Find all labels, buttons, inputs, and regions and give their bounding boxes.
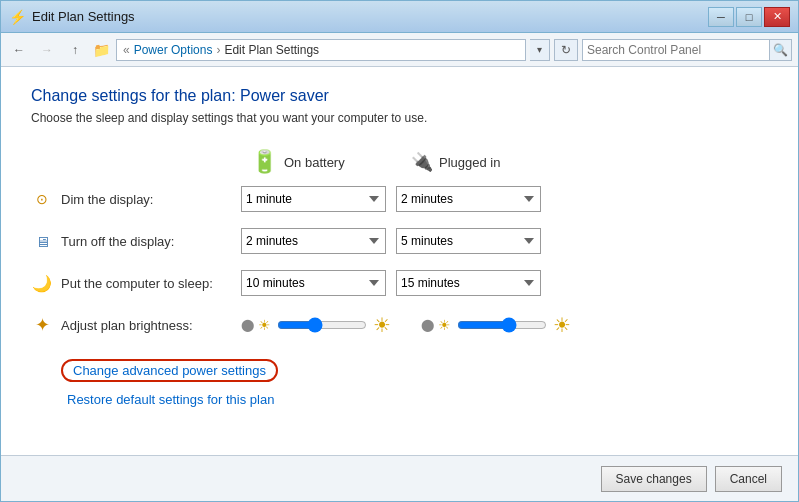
turn-off-display-controls: 1 minute 2 minutes 3 minutes 5 minutes 1…	[241, 228, 541, 254]
path-dropdown[interactable]: ▾	[530, 39, 550, 61]
search-box: 🔍	[582, 39, 792, 61]
main-content-area: Change settings for the plan: Power save…	[1, 67, 798, 427]
folder-icon: 📁	[93, 42, 110, 58]
forward-button[interactable]: →	[35, 38, 59, 62]
sleep-row: 🌙 Put the computer to sleep: 1 minute 2 …	[31, 269, 768, 297]
col-header-plugged-label: Plugged in	[439, 155, 500, 170]
close-button[interactable]: ✕	[764, 7, 790, 27]
window-icon: ⚡	[9, 9, 26, 25]
back-button[interactable]: ←	[7, 38, 31, 62]
links-area: Change advanced power settings Restore d…	[31, 359, 768, 407]
window-title: Edit Plan Settings	[32, 9, 135, 24]
turn-off-display-plugged-select[interactable]: 1 minute 2 minutes 3 minutes 5 minutes 1…	[396, 228, 541, 254]
brightness-battery-dot: ⬤	[241, 318, 254, 332]
brightness-row: ✦ Adjust plan brightness: ⬤ ☀ ☀ ⬤ ☀	[31, 311, 768, 339]
dim-display-row: ⊙ Dim the display: 1 minute 2 minutes 3 …	[31, 185, 768, 213]
brightness-plugged-slider-wrapper: ☀ ☀	[438, 313, 593, 337]
col-header-plugged: 🔌 Plugged in	[411, 151, 571, 173]
col-header-battery-label: On battery	[284, 155, 345, 170]
display-icon: 🖥	[31, 230, 53, 252]
address-path: « Power Options › Edit Plan Settings	[116, 39, 526, 61]
path-separator-1: «	[123, 43, 130, 57]
minimize-button[interactable]: ─	[708, 7, 734, 27]
plan-title: Change settings for the plan: Power save…	[31, 87, 768, 105]
sleep-plugged-select[interactable]: 1 minute 2 minutes 3 minutes 5 minutes 1…	[396, 270, 541, 296]
turn-off-display-label: Turn off the display:	[61, 234, 241, 249]
path-power-options[interactable]: Power Options	[134, 43, 213, 57]
turn-off-display-icon: 🖥	[35, 233, 50, 250]
title-bar-left: ⚡ Edit Plan Settings	[9, 9, 135, 25]
plug-icon: 🔌	[411, 151, 433, 173]
sleep-label: Put the computer to sleep:	[61, 276, 241, 291]
battery-icon: 🔋	[251, 149, 278, 175]
turn-off-display-battery-select[interactable]: 1 minute 2 minutes 3 minutes 5 minutes 1…	[241, 228, 386, 254]
footer: Save changes Cancel	[1, 455, 798, 501]
sleep-setting-icon: 🌙	[32, 274, 52, 293]
path-current: Edit Plan Settings	[224, 43, 319, 57]
brightness-battery-section: ⬤ ☀ ☀	[241, 313, 413, 337]
sleep-icon: 🌙	[31, 272, 53, 294]
up-button[interactable]: ↑	[63, 38, 87, 62]
refresh-button[interactable]: ↻	[554, 39, 578, 61]
brightness-plugged-slider[interactable]	[457, 317, 547, 333]
col-header-battery: 🔋 On battery	[251, 149, 411, 175]
brightness-plugged-section: ⬤ ☀ ☀	[421, 313, 593, 337]
search-button[interactable]: 🔍	[769, 40, 791, 60]
window-content: Change settings for the plan: Power save…	[1, 67, 798, 502]
brightness-label: Adjust plan brightness:	[61, 318, 241, 333]
brightness-battery-slider[interactable]	[277, 317, 367, 333]
dim-display-label: Dim the display:	[61, 192, 241, 207]
title-bar-controls: ─ □ ✕	[708, 7, 790, 27]
save-changes-button[interactable]: Save changes	[601, 466, 707, 492]
brightness-sun-large-battery: ☀	[373, 313, 391, 337]
brightness-sun-small-battery: ☀	[258, 317, 271, 333]
main-window: ⚡ Edit Plan Settings ─ □ ✕ ← → ↑ 📁 « Pow…	[0, 0, 799, 502]
dim-display-controls: 1 minute 2 minutes 3 minutes 5 minutes 1…	[241, 186, 541, 212]
sleep-battery-select[interactable]: 1 minute 2 minutes 3 minutes 5 minutes 1…	[241, 270, 386, 296]
brightness-sun-small-plugged: ☀	[438, 317, 451, 333]
sleep-controls: 1 minute 2 minutes 3 minutes 5 minutes 1…	[241, 270, 541, 296]
path-separator-2: ›	[216, 43, 220, 57]
restore-defaults-link[interactable]: Restore default settings for this plan	[61, 392, 768, 407]
brightness-battery-slider-wrapper: ☀ ☀	[258, 313, 413, 337]
cancel-button[interactable]: Cancel	[715, 466, 782, 492]
advanced-power-settings-link[interactable]: Change advanced power settings	[61, 359, 278, 382]
column-headers: 🔋 On battery 🔌 Plugged in	[31, 149, 768, 175]
brightness-plugged-dot: ⬤	[421, 318, 434, 332]
dim-display-plugged-select[interactable]: 1 minute 2 minutes 3 minutes 5 minutes 1…	[396, 186, 541, 212]
turn-off-display-row: 🖥 Turn off the display: 1 minute 2 minut…	[31, 227, 768, 255]
dim-display-battery-select[interactable]: 1 minute 2 minutes 3 minutes 5 minutes 1…	[241, 186, 386, 212]
maximize-button[interactable]: □	[736, 7, 762, 27]
dim-display-icon: ⊙	[36, 191, 48, 207]
address-bar: ← → ↑ 📁 « Power Options › Edit Plan Sett…	[1, 33, 798, 67]
brightness-icon-large: ✦	[35, 314, 50, 336]
plan-subtitle: Choose the sleep and display settings th…	[31, 111, 768, 125]
title-bar: ⚡ Edit Plan Settings ─ □ ✕	[1, 1, 798, 33]
brightness-setting-icon: ✦	[31, 314, 53, 336]
dim-icon: ⊙	[31, 188, 53, 210]
brightness-sun-large-plugged: ☀	[553, 313, 571, 337]
search-input[interactable]	[583, 43, 769, 57]
